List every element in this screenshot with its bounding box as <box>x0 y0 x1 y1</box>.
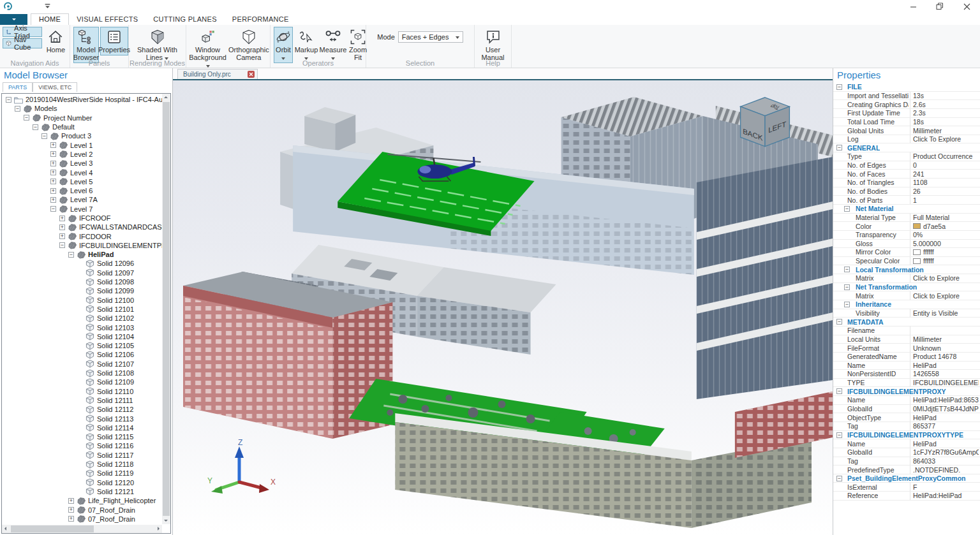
tree-item[interactable]: Solid 12098 <box>2 277 162 286</box>
tree-item[interactable]: −IFCBUILDINGELEMENTPROXY <box>2 241 162 250</box>
window-background-button[interactable]: Window Background <box>188 27 228 71</box>
expand-icon[interactable]: + <box>68 507 74 513</box>
tab-cutting-planes[interactable]: CUTTING PLANES <box>145 14 225 25</box>
property-row[interactable]: Colord7ae5a <box>833 222 980 231</box>
tree-item[interactable]: −Level 7 <box>2 205 162 214</box>
tree-item[interactable]: −Default <box>2 122 162 131</box>
property-row[interactable]: FileFormatUnknown <box>833 344 980 353</box>
property-row[interactable]: First Update Time2.3s <box>833 109 980 118</box>
property-row[interactable]: Tag864033 <box>833 457 980 466</box>
expand-icon[interactable]: + <box>50 197 56 203</box>
property-row[interactable]: No. of Triangles1108 <box>833 179 980 187</box>
tab-views-etc[interactable]: VIEWS, ETC <box>33 82 77 92</box>
property-row[interactable]: NameHeliPad <box>833 362 980 370</box>
orthographic-camera-button[interactable]: Orthographic Camera <box>229 27 269 63</box>
tree-item[interactable]: Solid 12121 <box>2 487 162 496</box>
tree-item[interactable]: +07_Roof_Drain <box>2 515 162 524</box>
collapse-icon[interactable]: − <box>836 388 842 394</box>
property-row[interactable]: Gloss5.000000 <box>833 240 980 249</box>
zoom-fit-button[interactable]: Zoom Fit <box>348 27 368 63</box>
color-swatch[interactable] <box>913 249 921 255</box>
collapse-icon[interactable]: − <box>836 476 842 481</box>
property-row[interactable]: PredefinedType.NOTDEFINED. <box>833 465 980 474</box>
nav-cube[interactable]: Top BACK LEFT <box>734 93 796 158</box>
tree-item[interactable]: +Level 7A <box>2 195 162 204</box>
property-row[interactable]: Tag865377 <box>833 422 980 431</box>
tree-item[interactable]: Solid 12101 <box>2 305 162 314</box>
property-row[interactable]: Mirror Colorffffff <box>833 248 980 257</box>
collapse-icon[interactable]: − <box>15 106 20 112</box>
user-manual-button[interactable]: User Manual <box>478 27 508 63</box>
property-row[interactable]: GlobalId0MIJdjtET7sB44JdNPCaUS <box>833 405 980 414</box>
measure-button[interactable]: Measure <box>320 27 346 63</box>
tree-item[interactable]: +Level 1 <box>2 140 162 149</box>
property-row[interactable]: LogClick To Explore <box>833 135 980 144</box>
tree-item[interactable]: Solid 12100 <box>2 296 162 305</box>
property-value[interactable]: Click to Explore <box>910 291 979 300</box>
tree-item[interactable]: Solid 12106 <box>2 350 162 359</box>
tab-parts[interactable]: PARTS <box>3 82 33 92</box>
property-row[interactable]: Filename <box>833 326 980 335</box>
tree-item[interactable]: Solid 12113 <box>2 414 162 423</box>
property-row[interactable]: ReferenceHeliPad:HeliPad <box>833 492 980 501</box>
tree-item[interactable]: Solid 12096 <box>2 259 162 268</box>
color-swatch[interactable] <box>913 223 921 229</box>
tree-item[interactable]: Solid 12120 <box>2 478 162 487</box>
collapse-icon[interactable]: − <box>41 133 47 139</box>
property-row[interactable]: Import and Tessellation13s <box>833 92 980 101</box>
tree-item[interactable]: Solid 12102 <box>2 314 162 323</box>
collapse-icon[interactable]: − <box>836 319 842 325</box>
property-row[interactable]: IsExternalF <box>833 483 980 492</box>
collapse-icon[interactable]: − <box>59 242 65 248</box>
property-value[interactable]: Click To Explore <box>910 135 979 143</box>
tree-item[interactable]: +Level 5 <box>2 177 162 186</box>
orbit-button[interactable]: Orbit <box>274 27 293 63</box>
property-row[interactable]: Material TypeFull Material <box>833 214 980 223</box>
tree-item[interactable]: +Life_Flight_Helicopter <box>2 496 162 505</box>
property-row[interactable]: TypeProduct Occurrence <box>833 152 980 161</box>
tree-item[interactable]: Solid 12099 <box>2 286 162 295</box>
property-row[interactable]: NameHeliPad <box>833 439 980 448</box>
minimize-button[interactable] <box>900 0 926 13</box>
tree-item[interactable]: −20190104WestRiverSide Hospital - IFC4-A… <box>2 95 162 104</box>
tree-item[interactable]: Solid 12109 <box>2 377 162 386</box>
properties-panel-button[interactable]: Properties <box>100 27 128 55</box>
expand-icon[interactable]: + <box>50 142 56 148</box>
collapse-icon[interactable]: − <box>844 284 850 290</box>
tree-item[interactable]: +Level 4 <box>2 168 162 177</box>
property-row[interactable]: Creating Graphics Data...2.6s <box>833 100 980 109</box>
collapse-icon[interactable]: − <box>844 206 850 212</box>
tree-item[interactable]: −HeliPad <box>2 250 162 259</box>
expand-icon[interactable]: + <box>50 170 56 175</box>
property-row[interactable]: No. of Bodies26 <box>833 187 980 196</box>
property-row[interactable]: VisibilityEntity is Visible <box>833 309 980 318</box>
tree-item[interactable]: Solid 12114 <box>2 423 162 432</box>
tree-item[interactable]: +Level 6 <box>2 186 162 195</box>
property-row[interactable]: Transparency0% <box>833 231 980 240</box>
tree-item[interactable]: Solid 12116 <box>2 441 162 450</box>
expand-icon[interactable]: + <box>50 179 56 184</box>
property-row[interactable]: MatrixClick to Explore <box>833 274 980 283</box>
tree-item[interactable]: +Level 3 <box>2 159 162 168</box>
selection-mode-dropdown[interactable]: Faces + Edges <box>398 31 463 43</box>
tree-item[interactable]: −Product 3 <box>2 131 162 140</box>
expand-icon[interactable]: + <box>68 498 74 504</box>
property-row[interactable]: Total Load Time18s <box>833 118 980 127</box>
property-row[interactable]: Global UnitsMillimeter <box>833 126 980 135</box>
quick-access-customize-icon[interactable] <box>44 3 51 10</box>
property-row[interactable]: No. of Parts1 <box>833 196 980 205</box>
tree-horizontal-scrollbar[interactable] <box>2 525 162 533</box>
tree-item[interactable]: +IFCROOF <box>2 214 162 223</box>
tree-item[interactable]: Solid 12097 <box>2 268 162 277</box>
collapse-icon[interactable]: − <box>844 267 850 272</box>
tree-item[interactable]: +IFCDOOR <box>2 231 162 240</box>
tree-item[interactable]: Solid 12104 <box>2 332 162 341</box>
restore-button[interactable] <box>926 0 953 13</box>
property-row[interactable]: ObjectTypeHeliPad <box>833 413 980 422</box>
expand-icon[interactable]: + <box>59 216 65 221</box>
property-row[interactable]: Local UnitsMillimeter <box>833 335 980 344</box>
property-row[interactable]: No. of Edges0 <box>833 161 980 170</box>
expand-icon[interactable]: + <box>50 151 56 157</box>
3d-scene[interactable]: Top BACK LEFT Z Y X <box>173 80 833 535</box>
property-row[interactable]: MatrixClick to Explore <box>833 291 980 300</box>
